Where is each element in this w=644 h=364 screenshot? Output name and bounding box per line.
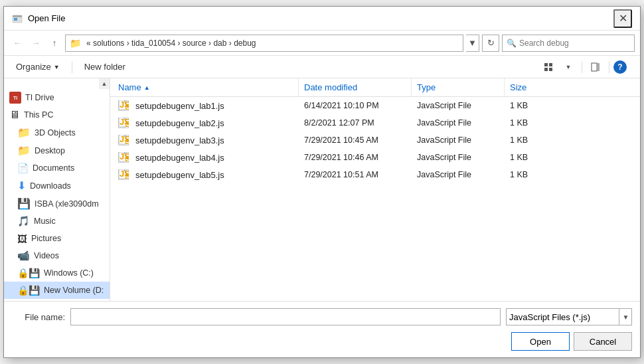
file-cell-name: JS JS setupdebugenv_lab4.js [113,152,299,163]
new-folder-label: New folder [84,62,125,72]
svg-text:JS: JS [126,118,129,128]
svg-text:JS: JS [126,153,129,163]
sidebar-label-pictures: Pictures [31,234,61,243]
sidebar-item-pictures[interactable]: 🖼 Pictures [4,230,110,247]
view-grid-button[interactable] [539,58,558,76]
js-file-icon: JS JS [118,169,129,180]
main-content: ▲ TI TI Drive 🖥 This PC 📁 3D Objects 📁 D… [4,78,640,301]
sidebar-item-documents[interactable]: 📄 Documents [4,159,110,177]
file-cell-name: JS JS setupdebugenv_lab5.js [113,169,299,180]
music-icon: 🎵 [17,215,30,227]
toolbar: Organize ▼ New folder ▼ [4,56,640,78]
file-cell-name: JS JS setupdebugenv_lab1.js [113,100,299,111]
search-input[interactable] [519,39,630,48]
search-icon: 🔍 [507,39,517,48]
organize-button[interactable]: Organize ▼ [12,60,64,73]
column-header-name[interactable]: Name ▲ [113,78,299,96]
file-cell-size: 1 KB [505,101,558,110]
file-cell-size: 1 KB [505,118,558,128]
svg-rect-7 [592,63,597,71]
address-dropdown[interactable]: ▼ [466,35,479,52]
help-button[interactable]: ? [613,60,627,74]
file-row[interactable]: JS JS setupdebugenv_lab2.js 8/2/2021 12:… [110,114,640,132]
sidebar-label-3d-objects: 3D Objects [35,128,76,137]
view-separator [582,61,582,73]
forward-button[interactable]: → [28,35,44,51]
open-button[interactable]: Open [511,332,570,351]
sidebar-item-new-volume-d[interactable]: 🔒💾 New Volume (D: [4,282,110,299]
up-button[interactable]: ↑ [46,35,62,51]
file-row[interactable]: JS JS setupdebugenv_lab1.js 6/14/2021 10… [110,97,640,114]
sidebar-item-3d-objects[interactable]: 📁 3D Objects [4,124,110,141]
address-path-box[interactable]: 📁 « solutions › tida_010054 › source › d… [65,35,463,52]
file-row[interactable]: JS JS setupdebugenv_lab5.js 7/29/2021 10… [110,166,640,183]
sidebar-item-music[interactable]: 🎵 Music [4,213,110,230]
new-volume-d-icon: 🔒💾 [17,285,40,296]
back-button[interactable]: ← [9,35,25,51]
sidebar-item-videos[interactable]: 📹 Videos [4,247,110,264]
sidebar-item-this-pc[interactable]: 🖥 This PC [4,106,110,124]
file-row[interactable]: JS JS setupdebugenv_lab3.js 7/29/2021 10… [110,132,640,149]
organize-label: Organize [16,62,51,72]
documents-icon: 📄 [17,163,29,173]
file-name-input[interactable] [70,308,501,325]
sidebar-item-isba[interactable]: 💾 ISBA (xle3090dm [4,195,110,213]
downloads-icon: ⬇ [17,179,26,192]
view-controls: ▼ ? [534,58,632,76]
refresh-button[interactable]: ↻ [482,35,499,52]
sidebar-label-new-volume-d: New Volume (D: [44,286,104,295]
file-type-select[interactable]: JavaScript Files (*.js) All Files (*.*) [506,308,632,325]
file-cell-type: JavaScript File [412,101,505,110]
file-row[interactable]: JS JS setupdebugenv_lab4.js 7/29/2021 10… [110,149,640,166]
close-button[interactable]: ✕ [613,9,632,28]
file-cell-type: JavaScript File [412,136,505,145]
help-separator [609,61,609,73]
file-name: setupdebugenv_lab5.js [135,170,224,180]
desktop-icon: 📁 [17,144,31,157]
view-dropdown-button[interactable]: ▼ [559,58,578,76]
file-name-label: File name: [12,312,65,322]
preview-pane-button[interactable] [586,58,605,76]
grid-icon [544,62,553,72]
file-cell-type: JavaScript File [412,170,505,179]
file-rows: JS JS setupdebugenv_lab1.js 6/14/2021 10… [110,97,640,301]
svg-text:JS: JS [126,101,129,111]
dialog-title: Open File [28,13,608,23]
col-date-label: Date modified [304,82,357,92]
column-header-date[interactable]: Date modified [299,78,412,96]
open-file-dialog: Open File ✕ ← → ↑ 📁 « solutions › tida_0… [3,6,641,358]
sidebar-label-windows-c: Windows (C:) [44,268,94,278]
sidebar-item-reference-design[interactable]: 🖥 ReferenceDesigr [4,299,110,301]
js-file-icon: JS JS [118,135,129,145]
svg-rect-8 [598,63,600,71]
windows-c-icon: 🔒💾 [17,268,40,278]
col-name-label: Name [118,82,141,92]
column-header-type[interactable]: Type [412,78,505,96]
js-file-icon: JS JS [118,118,129,128]
sidebar: ▲ TI TI Drive 🖥 This PC 📁 3D Objects 📁 D… [4,78,110,301]
sidebar-label-music: Music [34,217,56,226]
sidebar-scroll-up[interactable]: ▲ [99,78,110,89]
preview-pane-icon [591,62,600,72]
file-name: setupdebugenv_lab4.js [135,153,224,163]
sidebar-item-ti-drive[interactable]: TI TI Drive [4,89,110,106]
file-cell-type: JavaScript File [412,118,505,128]
isba-icon: 💾 [17,197,31,210]
new-folder-button[interactable]: New folder [80,60,129,73]
sidebar-item-downloads[interactable]: ⬇ Downloads [4,177,110,195]
js-file-icon: JS JS [118,100,129,111]
column-header-size[interactable]: Size [505,78,558,96]
file-cell-date: 7/29/2021 10:46 AM [299,153,412,162]
file-cell-date: 8/2/2021 12:07 PM [299,118,412,128]
footer-buttons: Open Cancel [12,331,632,351]
pictures-icon: 🖼 [17,233,27,244]
svg-rect-3 [544,63,548,66]
sidebar-label-documents: Documents [33,163,74,173]
cancel-button[interactable]: Cancel [574,332,632,351]
svg-rect-1 [13,15,22,17]
videos-icon: 📹 [17,250,30,262]
sidebar-item-windows-c[interactable]: 🔒💾 Windows (C:) [4,264,110,282]
js-file-icon: JS JS [118,152,129,163]
sidebar-item-desktop[interactable]: 📁 Desktop [4,141,110,159]
svg-rect-2 [14,18,17,21]
